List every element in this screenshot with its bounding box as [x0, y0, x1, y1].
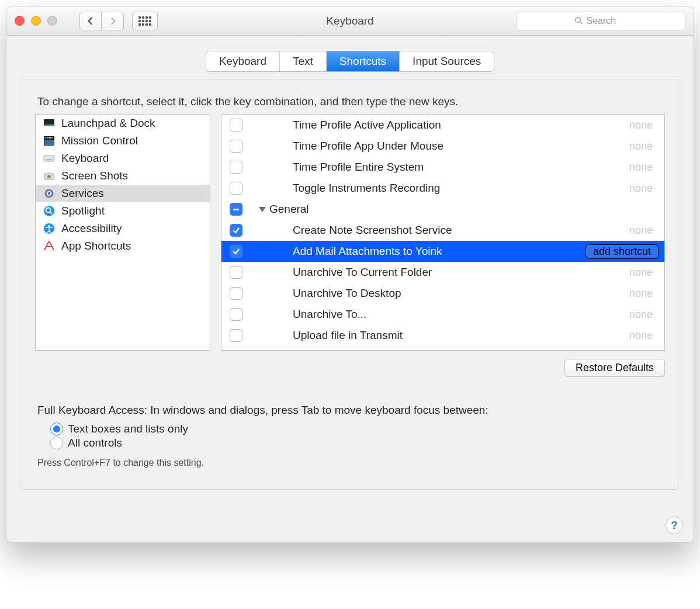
sidebar-item-spotlight[interactable]: Spotlight — [36, 202, 210, 220]
svg-point-16 — [48, 192, 50, 195]
svg-point-17 — [44, 206, 54, 216]
list-item[interactable]: Upload file in Transmit none — [221, 325, 664, 346]
radio-label: All controls — [68, 437, 122, 449]
window-controls — [15, 16, 57, 26]
svg-line-1 — [580, 22, 582, 24]
sidebar-item-app-shortcuts[interactable]: App Shortcuts — [36, 237, 210, 255]
svg-rect-7 — [49, 137, 51, 139]
instruction-text: To change a shortcut, select it, click t… — [35, 95, 665, 108]
checkbox[interactable] — [230, 182, 242, 195]
sidebar-item-label: Keyboard — [61, 152, 109, 165]
tab-keyboard[interactable]: Keyboard — [206, 51, 280, 71]
svg-point-21 — [48, 225, 50, 227]
checkbox[interactable] — [230, 266, 242, 279]
group-label: General — [269, 203, 659, 216]
list-item[interactable]: Time Profile App Under Mouse none — [221, 136, 664, 157]
category-sidebar[interactable]: Launchpad & Dock Mission Control Keyboar… — [35, 114, 210, 351]
tab-text[interactable]: Text — [280, 51, 327, 71]
checkbox[interactable] — [230, 287, 242, 300]
group-header-general[interactable]: General — [221, 199, 664, 220]
sidebar-item-accessibility[interactable]: Accessibility — [36, 220, 210, 237]
search-input[interactable] — [587, 16, 628, 26]
sidebar-item-mission-control[interactable]: Mission Control — [36, 132, 210, 150]
sidebar-item-label: Mission Control — [61, 134, 138, 147]
shortcut-value: none — [629, 224, 659, 237]
tab-input-sources[interactable]: Input Sources — [400, 51, 494, 71]
checkbox-mixed[interactable] — [230, 203, 242, 216]
titlebar: Keyboard — [6, 6, 694, 36]
list-item[interactable]: Time Profile Entire System none — [221, 157, 664, 178]
show-all-button[interactable] — [132, 12, 158, 30]
checkbox[interactable] — [230, 140, 242, 153]
shortcut-value: none — [629, 288, 659, 300]
accessibility-icon — [41, 222, 57, 235]
list-item[interactable]: Unarchive To... none — [221, 304, 664, 325]
list-item[interactable]: Unarchive To Desktop none — [221, 283, 664, 304]
search-field[interactable] — [516, 12, 685, 30]
tab-shortcuts[interactable]: Shortcuts — [327, 51, 400, 71]
item-label: Time Profile Active Application — [293, 119, 629, 132]
sidebar-item-label: Launchpad & Dock — [61, 117, 155, 130]
list-item[interactable]: Time Profile Active Application none — [221, 115, 664, 136]
item-label: Unarchive To... — [293, 308, 629, 321]
grid-icon — [138, 16, 151, 26]
app-shortcuts-icon — [41, 240, 57, 252]
list-item[interactable]: Create Note Screenshot Service none — [221, 220, 664, 241]
zoom-icon[interactable] — [47, 16, 57, 26]
checkbox[interactable] — [230, 161, 242, 174]
help-button[interactable]: ? — [666, 517, 683, 534]
checkbox[interactable] — [230, 329, 242, 342]
list-item[interactable]: Unarchive To Current Folder none — [221, 262, 664, 283]
add-shortcut-button[interactable]: add shortcut — [585, 244, 659, 259]
item-label: Unarchive To Desktop — [293, 287, 629, 300]
svg-rect-6 — [47, 137, 48, 139]
list-item[interactable]: Toggle Instruments Recording none — [221, 178, 664, 199]
restore-defaults-button[interactable]: Restore Defaults — [564, 359, 665, 377]
sidebar-item-label: App Shortcuts — [61, 240, 131, 252]
radio-icon[interactable] — [50, 437, 63, 449]
checkbox[interactable] — [230, 119, 242, 132]
chevron-down-icon[interactable] — [259, 207, 266, 212]
radio-label: Text boxes and lists only — [68, 423, 188, 435]
item-label: Upload file in Transmit — [293, 329, 629, 342]
sidebar-item-label: Accessibility — [61, 222, 122, 235]
close-icon[interactable] — [15, 16, 25, 26]
checkbox[interactable] — [230, 308, 242, 321]
shortcut-value: none — [629, 182, 659, 195]
mission-control-icon — [41, 134, 57, 147]
keyboard-icon — [41, 152, 57, 165]
radio-text-boxes-lists[interactable]: Text boxes and lists only — [50, 423, 663, 435]
checkbox[interactable] — [230, 224, 242, 237]
minimize-icon[interactable] — [31, 16, 41, 26]
item-label: Create Note Screenshot Service — [293, 224, 629, 237]
shortcut-value: none — [629, 161, 659, 174]
camera-icon — [41, 169, 57, 182]
forward-button[interactable] — [102, 12, 124, 30]
keyboard-access-section: Full Keyboard Access: In windows and dia… — [35, 404, 665, 468]
shortcut-value: none — [629, 140, 659, 153]
svg-rect-10 — [44, 155, 54, 161]
sidebar-item-services[interactable]: Services — [36, 185, 210, 202]
radio-icon[interactable] — [50, 423, 63, 435]
shortcut-value: none — [629, 330, 659, 342]
keyboard-access-lead: Full Keyboard Access: In windows and dia… — [37, 404, 663, 417]
shortcut-value: none — [629, 119, 659, 132]
list-item-selected[interactable]: Add Mail Attachments to Yoink add shortc… — [221, 241, 664, 262]
svg-point-0 — [575, 18, 580, 22]
back-button[interactable] — [79, 12, 102, 30]
radio-all-controls[interactable]: All controls — [50, 437, 663, 449]
sidebar-item-launchpad[interactable]: Launchpad & Dock — [36, 115, 210, 132]
preferences-window: Keyboard Keyboard Text Shortcuts Input S… — [6, 6, 694, 543]
shortcut-list[interactable]: Time Profile Active Application none Tim… — [221, 114, 665, 351]
shortcut-value: none — [629, 267, 659, 279]
item-label: Toggle Instruments Recording — [293, 182, 629, 195]
item-label: Unarchive To Current Folder — [293, 266, 629, 279]
nav-buttons — [79, 12, 124, 30]
sidebar-item-screenshots[interactable]: Screen Shots — [36, 167, 210, 185]
checkbox[interactable] — [230, 245, 242, 258]
keyboard-access-hint: Press Control+F7 to change this setting. — [37, 458, 663, 468]
item-label: Time Profile Entire System — [293, 161, 629, 174]
sidebar-item-keyboard[interactable]: Keyboard — [36, 150, 210, 167]
sidebar-item-label: Spotlight — [61, 205, 105, 217]
window-body: Keyboard Text Shortcuts Input Sources To… — [6, 51, 694, 542]
